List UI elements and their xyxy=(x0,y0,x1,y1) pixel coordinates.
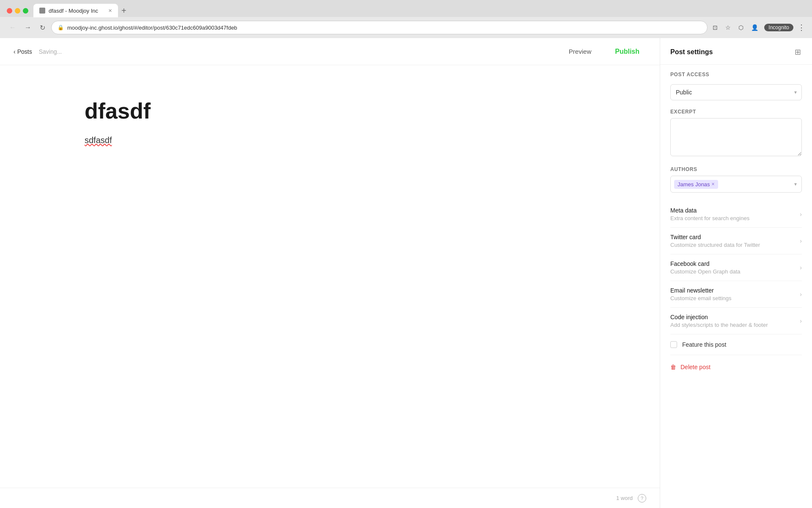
author-tag-remove[interactable]: × xyxy=(712,181,715,187)
visibility-section: Public Members only Paid members only ▾ xyxy=(670,84,802,100)
settings-row-twitter-desc: Customize structured data for Twitter xyxy=(670,242,796,248)
settings-row-twitter-content: Twitter card Customize structured data f… xyxy=(670,234,796,248)
settings-row-facebook-card[interactable]: Facebook card Customize Open Graph data … xyxy=(670,254,802,281)
settings-row-meta-arrow: › xyxy=(800,211,802,218)
feature-post-label[interactable]: Feature this post xyxy=(682,341,726,348)
visibility-select-wrapper: Public Members only Paid members only ▾ xyxy=(670,84,802,100)
excerpt-label: Excerpt xyxy=(670,109,802,115)
visibility-select[interactable]: Public Members only Paid members only xyxy=(670,84,802,100)
settings-row-meta-desc: Extra content for search engines xyxy=(670,215,796,221)
settings-row-email-desc: Customize email settings xyxy=(670,295,796,301)
editor-toolbar: ‹ Posts Saving... Preview Publish xyxy=(0,38,660,65)
settings-row-email-arrow: › xyxy=(800,291,802,298)
authors-section: Authors James Jonas × ▾ xyxy=(670,166,802,193)
author-tag-name: James Jonas xyxy=(678,181,710,188)
cast-icon[interactable]: ⊡ xyxy=(711,22,719,33)
tab-favicon xyxy=(39,8,45,14)
settings-row-facebook-content: Facebook card Customize Open Graph data xyxy=(670,260,796,275)
settings-row-twitter-card[interactable]: Twitter card Customize structured data f… xyxy=(670,228,802,254)
feature-post-row: Feature this post xyxy=(670,334,802,355)
back-button[interactable]: ← xyxy=(7,22,19,33)
authors-label: Authors xyxy=(670,166,802,172)
settings-row-code-content: Code injection Add styles/scripts to the… xyxy=(670,314,796,328)
traffic-light-minimize[interactable] xyxy=(15,8,20,14)
delete-post-row[interactable]: 🗑 Delete post xyxy=(670,357,802,377)
settings-row-code-desc: Add styles/scripts to the header & foote… xyxy=(670,322,796,328)
back-to-posts-link[interactable]: ‹ Posts xyxy=(14,48,32,55)
back-arrow-icon: ‹ xyxy=(14,48,16,55)
url-display: moodjoy-inc.ghost.io/ghost/#/editor/post… xyxy=(67,25,701,31)
delete-icon: 🗑 xyxy=(670,364,676,370)
sidebar-title: Post settings xyxy=(670,48,713,56)
settings-row-facebook-title: Facebook card xyxy=(670,260,796,267)
sidebar-close-button[interactable]: ⊞ xyxy=(794,47,802,58)
authors-field[interactable]: James Jonas × xyxy=(670,176,802,193)
tab-close-button[interactable]: ✕ xyxy=(108,8,112,14)
profiles-icon[interactable]: 👤 xyxy=(749,22,760,33)
feature-post-checkbox[interactable] xyxy=(670,341,677,348)
settings-row-meta-data[interactable]: Meta data Extra content for search engin… xyxy=(670,201,802,228)
delete-post-label: Delete post xyxy=(680,364,710,370)
settings-row-code-title: Code injection xyxy=(670,314,796,320)
forward-button[interactable]: → xyxy=(22,22,34,33)
settings-rows-container: Meta data Extra content for search engin… xyxy=(670,201,802,334)
bookmark-icon[interactable]: ☆ xyxy=(724,22,732,33)
settings-row-twitter-arrow: › xyxy=(800,237,802,244)
editor-content[interactable]: dfasdf sdfasdf xyxy=(0,65,660,488)
new-tab-button[interactable]: + xyxy=(118,6,130,16)
settings-row-email-content: Email newsletter Customize email setting… xyxy=(670,287,796,301)
reload-button[interactable]: ↻ xyxy=(37,22,48,33)
excerpt-textarea[interactable] xyxy=(670,118,802,156)
authors-wrapper: James Jonas × ▾ xyxy=(670,176,802,193)
settings-row-facebook-arrow: › xyxy=(800,264,802,271)
post-access-label: Post access xyxy=(660,65,812,77)
lock-icon: 🔒 xyxy=(58,25,64,30)
author-tag: James Jonas × xyxy=(674,180,718,189)
tab-title: dfasdf - Moodjoy Inc xyxy=(49,8,98,14)
incognito-badge: Incognito xyxy=(764,24,793,31)
publish-button[interactable]: Publish xyxy=(608,44,646,59)
post-settings-sidebar: Post settings ⊞ Post access Public Membe… xyxy=(660,38,812,508)
editor-footer: 1 word ? xyxy=(0,488,660,508)
settings-row-email-newsletter[interactable]: Email newsletter Customize email setting… xyxy=(670,281,802,308)
settings-row-twitter-title: Twitter card xyxy=(670,234,796,240)
preview-button[interactable]: Preview xyxy=(562,44,598,58)
settings-row-facebook-desc: Customize Open Graph data xyxy=(670,268,796,275)
browser-menu-button[interactable]: ⋮ xyxy=(798,23,805,32)
settings-row-meta-content: Meta data Extra content for search engin… xyxy=(670,207,796,221)
back-label: Posts xyxy=(17,48,32,55)
settings-row-code-injection[interactable]: Code injection Add styles/scripts to the… xyxy=(670,308,802,334)
saving-indicator: Saving... xyxy=(39,48,62,55)
word-count: 1 word xyxy=(616,495,633,501)
help-icon[interactable]: ? xyxy=(638,494,646,502)
incognito-label: Incognito xyxy=(768,25,789,30)
traffic-light-close[interactable] xyxy=(7,8,12,14)
extensions-icon[interactable]: ⬡ xyxy=(737,22,745,33)
settings-row-email-title: Email newsletter xyxy=(670,287,796,294)
browser-tab[interactable]: dfasdf - Moodjoy Inc ✕ xyxy=(33,4,118,17)
post-body[interactable]: sdfasdf xyxy=(85,133,575,147)
settings-row-code-arrow: › xyxy=(800,318,802,324)
address-bar[interactable]: 🔒 moodjoy-inc.ghost.io/ghost/#/editor/po… xyxy=(51,21,708,34)
settings-row-meta-title: Meta data xyxy=(670,207,796,214)
traffic-light-maximize[interactable] xyxy=(23,8,28,14)
excerpt-section: Excerpt xyxy=(670,109,802,158)
post-title[interactable]: dfasdf xyxy=(85,99,575,123)
